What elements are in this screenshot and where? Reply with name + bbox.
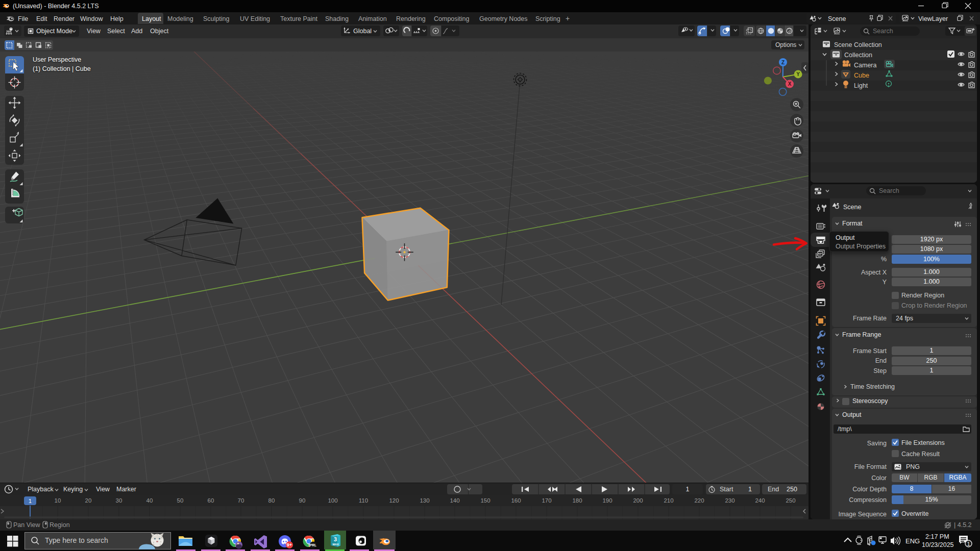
svg-text:220: 220 (694, 497, 704, 504)
svg-text:Camera: Camera (854, 62, 877, 69)
svg-text:120: 120 (389, 497, 399, 504)
svg-text:250: 250 (786, 497, 795, 504)
svg-text:210: 210 (664, 497, 673, 504)
svg-text:PRL: PRL (310, 543, 316, 547)
svg-text:Light: Light (854, 82, 868, 89)
svg-text:160: 160 (511, 497, 521, 504)
svg-text:X: X (788, 81, 792, 87)
svg-text:230: 230 (725, 497, 734, 504)
svg-text:170: 170 (542, 497, 551, 504)
svg-text:190: 190 (602, 497, 612, 504)
svg-text:Collection: Collection (844, 52, 872, 59)
svg-text:Scene Collection: Scene Collection (834, 41, 882, 48)
svg-text:140: 140 (450, 497, 459, 504)
svg-text:1: 1 (29, 498, 32, 504)
svg-text:180: 180 (572, 497, 582, 504)
svg-text:100: 100 (328, 497, 337, 504)
svg-text:90: 90 (299, 497, 306, 504)
svg-text:200: 200 (633, 497, 643, 504)
svg-text:30: 30 (116, 497, 122, 504)
svg-text:1: 1 (967, 541, 970, 547)
svg-text:20: 20 (85, 497, 92, 504)
svg-text:150: 150 (480, 497, 490, 504)
svg-text:3: 3 (334, 536, 337, 542)
svg-text:60: 60 (208, 497, 214, 504)
svg-text:130: 130 (420, 497, 429, 504)
svg-text:50: 50 (177, 497, 184, 504)
svg-text:240: 240 (755, 497, 765, 504)
svg-text:110: 110 (359, 497, 368, 504)
svg-text:Z: Z (781, 60, 785, 65)
svg-text:9+: 9+ (287, 542, 292, 547)
svg-text:80: 80 (268, 497, 275, 504)
svg-text:70: 70 (238, 497, 244, 504)
svg-text:MAX: MAX (332, 543, 339, 546)
svg-text:40: 40 (146, 497, 153, 504)
svg-text:Y: Y (796, 71, 800, 77)
svg-text:10: 10 (55, 497, 61, 504)
svg-text:Cube: Cube (854, 72, 869, 79)
